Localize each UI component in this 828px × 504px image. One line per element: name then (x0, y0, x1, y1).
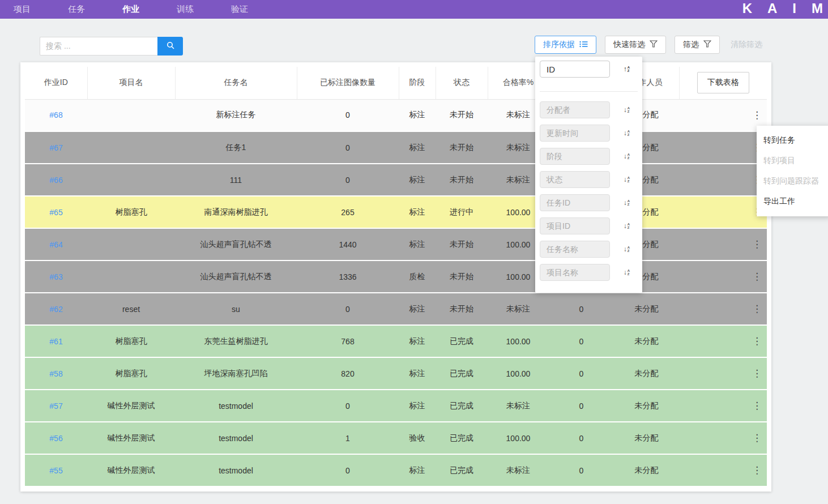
sort-list-icon (579, 40, 588, 49)
cell-stage: 质检 (399, 260, 436, 293)
cell-project: 树脂塞孔 (87, 196, 175, 228)
quick-filter-button[interactable]: 快速筛选 (605, 36, 666, 54)
row-menu-icon[interactable]: ⋮ (752, 368, 760, 379)
cell-images: 0 (297, 164, 399, 196)
download-table-button[interactable]: 下载表格 (697, 72, 749, 93)
cell-id: #57 (25, 390, 87, 422)
cell-status: 未开始 (436, 293, 488, 325)
cell-stage: 标注 (399, 325, 436, 357)
job-id-link[interactable]: #57 (49, 402, 62, 411)
context-menu-item-2: 转到问题跟踪器 (757, 171, 828, 191)
nav-item-0[interactable]: 项目 (5, 4, 40, 15)
row-menu-icon[interactable]: ⋮ (752, 271, 760, 283)
cell-images: 768 (297, 325, 399, 357)
cell-pass_rate: 100.00 (488, 325, 549, 357)
cell-extra: 0 (549, 325, 614, 357)
row-menu-icon[interactable]: ⋮ (752, 432, 760, 444)
column-header-5: 状态 (436, 67, 488, 99)
nav-item-3[interactable]: 训练 (168, 4, 203, 15)
cell-pass_rate: 未标注 (488, 454, 549, 486)
cell-extra: 0 (549, 454, 614, 486)
job-id-link[interactable]: #61 (49, 337, 62, 346)
row-menu-icon[interactable]: ⋮ (752, 335, 760, 347)
sort-field-input[interactable] (540, 61, 610, 78)
context-menu-item-0[interactable]: 转到任务 (757, 130, 828, 151)
table-row: #64汕头超声盲孔钻不透1440标注未开始100.000未分配⋮ (25, 228, 767, 260)
cell-pass_rate: 未标注 (488, 293, 549, 325)
cell-id: #66 (25, 164, 87, 196)
table-row: #61树脂塞孔东莞生益树脂进孔768标注已完成100.000未分配⋮ (25, 325, 767, 357)
nav-item-4[interactable]: 验证 (222, 4, 257, 15)
sort-ascending-icon[interactable]: ↑AZ (624, 65, 630, 73)
cell-project: reset (87, 293, 175, 325)
table-row: #63汕头超声盲孔钻不透1336质检未开始100.000未分配⋮ (25, 260, 767, 293)
cell-task: 汕头超声盲孔钻不透 (175, 228, 297, 260)
search-input[interactable] (40, 37, 157, 55)
filter-button[interactable]: 筛选 (675, 36, 720, 54)
cell-project: 碱性外层测试 (87, 422, 175, 454)
sort-descending-icon: ↓AZ (624, 268, 630, 276)
job-id-link[interactable]: #68 (49, 110, 62, 119)
job-id-link[interactable]: #65 (49, 208, 62, 217)
job-id-link[interactable]: #64 (49, 240, 62, 249)
sort-descending-icon: ↓AZ (624, 222, 630, 230)
cell-assignee: 未分配 (614, 357, 679, 390)
cell-actions: ⋮ (679, 390, 767, 422)
sort-field-4: 任务ID (540, 194, 610, 211)
cell-stage: 验收 (399, 422, 436, 454)
cell-task: 任务1 (175, 131, 297, 164)
clear-filter-button[interactable]: 清除筛选 (728, 40, 765, 50)
sort-field-5: 项目ID (540, 217, 610, 234)
table-row: #661110标注未开始未标注0未分配⋮ (25, 164, 767, 196)
row-menu-icon[interactable]: ⋮ (752, 238, 760, 250)
cell-actions: ⋮ (679, 260, 767, 293)
table-header-row: 作业ID项目名任务名已标注图像数量阶段状态合格率%工作人员下载表格 (25, 67, 767, 99)
cell-task: 南通深南树脂进孔 (175, 196, 297, 228)
funnel-icon (650, 40, 658, 49)
cell-task: 坪地深南塞孔凹陷 (175, 357, 297, 390)
table-row: #62resetsu0标注未开始未标注0未分配⋮ (25, 293, 767, 325)
row-context-menu: 转到任务转到项目转到问题跟踪器导出工作 (757, 126, 828, 216)
cell-stage: 标注 (399, 293, 436, 325)
job-id-link[interactable]: #63 (49, 272, 62, 281)
cell-project (87, 260, 175, 293)
cell-status: 未开始 (436, 260, 488, 293)
cell-task: su (175, 293, 297, 325)
cell-actions: ⋮ (679, 99, 767, 131)
job-id-link[interactable]: #55 (49, 466, 62, 475)
cell-id: #61 (25, 325, 87, 357)
cell-assignee: 未分配 (614, 454, 679, 486)
column-header-0: 作业ID (25, 67, 87, 99)
row-menu-icon[interactable]: ⋮ (752, 400, 760, 412)
sort-field-0: 分配者 (540, 101, 610, 118)
row-menu-icon[interactable]: ⋮ (752, 109, 760, 121)
sort-by-button[interactable]: 排序依据 (535, 36, 596, 54)
job-id-link[interactable]: #58 (49, 369, 62, 378)
sort-descending-icon: ↓AZ (624, 245, 630, 253)
table-row: #55碱性外层测试testmodel0标注已完成未标注0未分配⋮ (25, 454, 767, 486)
job-id-link[interactable]: #67 (49, 143, 62, 152)
cell-pass_rate: 100.00 (488, 422, 549, 454)
job-id-link[interactable]: #56 (49, 434, 62, 443)
cell-actions: ⋮ (679, 293, 767, 325)
cell-status: 已完成 (436, 422, 488, 454)
top-nav: 项目任务作业训练验证 KAIM (0, 0, 828, 19)
cell-assignee: 未分配 (614, 293, 679, 325)
nav-item-1[interactable]: 任务 (59, 4, 94, 15)
sort-field-7: 项目名称 (540, 264, 610, 281)
cell-status: 已完成 (436, 390, 488, 422)
jobs-table-card: 作业ID项目名任务名已标注图像数量阶段状态合格率%工作人员下载表格 #68新标注… (20, 62, 771, 492)
context-menu-item-3[interactable]: 导出工作 (757, 191, 828, 212)
job-id-link[interactable]: #62 (49, 305, 62, 314)
row-menu-icon[interactable]: ⋮ (752, 464, 760, 476)
cell-id: #65 (25, 196, 87, 228)
cell-task: testmodel (175, 390, 297, 422)
cell-project: 碱性外层测试 (87, 454, 175, 486)
search-button[interactable] (157, 37, 183, 55)
column-header-3: 已标注图像数量 (297, 67, 399, 99)
column-header-2: 任务名 (175, 67, 297, 99)
funnel-icon (703, 40, 711, 49)
row-menu-icon[interactable]: ⋮ (752, 303, 760, 315)
job-id-link[interactable]: #66 (49, 176, 62, 185)
nav-item-2[interactable]: 作业 (113, 4, 148, 15)
